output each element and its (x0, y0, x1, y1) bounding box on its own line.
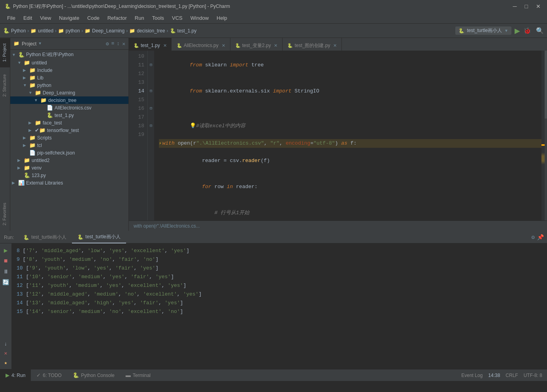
menu-code[interactable]: Code (83, 13, 104, 23)
folder-icon-include: 📁 (29, 67, 36, 73)
tree-csvfile[interactable]: 📄 AllElectronics.csv (10, 104, 128, 111)
tree-untitled[interactable]: ▼ 📁 untitled (10, 59, 128, 66)
menu-edit[interactable]: Edit (19, 13, 36, 23)
line-num-16: 16 (129, 104, 144, 113)
bc-deeplearning[interactable]: Deep_Learning (92, 28, 124, 34)
tab-close-ae[interactable]: ✕ (222, 43, 225, 48)
tree-include[interactable]: ▶ 📁 Include (10, 66, 128, 74)
fold-16[interactable]: ⊟ (148, 104, 154, 113)
run-scroll-btn[interactable]: ↓ (4, 341, 8, 347)
tree-deeplearning[interactable]: ▼ 📁 Deep_Learning (10, 89, 128, 96)
tree-untitled2[interactable]: ▶ 📁 untitled2 (10, 156, 128, 164)
bc-untitled[interactable]: untitled (38, 28, 53, 34)
bc-test1py[interactable]: test_1.py (177, 28, 197, 34)
tree-pipjson[interactable]: 📄 pip-selfcheck.json (10, 149, 128, 156)
tree-tftest[interactable]: ▶ ✔📁 tensorflow_test (10, 126, 128, 134)
run-ctrl-pin[interactable]: 📌 (537, 234, 544, 241)
bottom-tab-pyconsole[interactable]: 🐍 Python Console (67, 369, 120, 381)
vtab-favorites[interactable]: 2: Favorites (0, 197, 10, 231)
tree-root[interactable]: ▼ 🐍 Python E:\程序\Python (10, 51, 128, 59)
run-tab-1[interactable]: 🐍 test_turtle画小人 (18, 232, 72, 243)
runtab2-icon: 🐍 (77, 234, 83, 240)
menu-vcs[interactable]: VCS (168, 13, 187, 23)
tab-testgraph[interactable]: 🐍 test_图的创建.py ✕ (283, 38, 342, 51)
tab-test1py[interactable]: 🐍 test_1.py ✕ (129, 38, 172, 51)
project-ctrl3[interactable]: ↕ (117, 41, 120, 47)
run-play-btn[interactable]: ▶ (4, 247, 8, 254)
bottom-tab-todo[interactable]: ✓ 6: TODO (31, 369, 67, 381)
tab-allelectronics[interactable]: 🐍 AllElectronics.py ✕ (172, 38, 230, 51)
editor-right-gutter (541, 51, 547, 220)
status-eventlog[interactable]: Event Log (461, 373, 483, 378)
tree-decisiontree[interactable]: ▼ 📁 decision_tree (10, 96, 128, 104)
menu-run[interactable]: Run (131, 13, 148, 23)
run-pause-btn[interactable]: ⏸ (3, 269, 9, 275)
tree-lib[interactable]: ▶ 📁 Lib (10, 74, 128, 81)
tree-123py[interactable]: 🐍 123.py (10, 172, 128, 179)
yellow-marker (541, 144, 545, 146)
menu-window[interactable]: Window (187, 13, 213, 23)
minimize-button[interactable]: ─ (513, 3, 517, 9)
vtab-structure[interactable]: 2: Structure (0, 69, 10, 102)
run-output-line-5: 12 ['11', 'youth', 'medium', 'yes', 'exc… (17, 281, 542, 290)
project-ctrl1[interactable]: ⚙ (106, 41, 109, 47)
bt-terminal-icon: ▬ (126, 372, 131, 378)
status-encoding[interactable]: UTF-8: 8 (524, 373, 542, 378)
fold-14[interactable]: ⊟ (148, 87, 154, 96)
bottom-tab-terminal[interactable]: ▬ Terminal (120, 369, 156, 381)
tree-extlibs[interactable]: ▶ 📊 External Libraries (10, 179, 128, 187)
run-filter-btn[interactable]: ★ (4, 360, 8, 366)
folder-icon-scripts: 📁 (29, 135, 36, 141)
folder-icon-lib: 📁 (29, 75, 36, 81)
tree-venv[interactable]: ▶ 📁 venv (10, 164, 128, 172)
rn14: 14 (17, 300, 23, 306)
status-lineending[interactable]: CRLF (506, 373, 518, 378)
menu-help[interactable]: Help (213, 13, 231, 23)
menu-view[interactable]: View (36, 13, 55, 23)
right-scrollbar-thumb[interactable] (545, 51, 547, 119)
fold-10[interactable] (148, 52, 154, 61)
bottom-tab-run[interactable]: ▶ 4: Run (0, 369, 31, 381)
project-dropdown-icon[interactable]: ▼ (39, 41, 41, 46)
right-scrollbar-track[interactable] (545, 51, 547, 220)
vtab-project[interactable]: 1: Project (0, 38, 10, 67)
bc-python-icon: 🐍 (3, 28, 9, 34)
run-stop-btn[interactable]: ■ (4, 258, 8, 265)
tree-arrow-ft: ▶ (28, 121, 33, 125)
maximize-button[interactable]: □ (525, 3, 528, 9)
tab-close-tg[interactable]: ✕ (333, 43, 337, 48)
project-ctrl2[interactable]: ≡ (111, 41, 115, 47)
code-content[interactable]: from sklearn import tree from sklearn.ex… (154, 51, 541, 220)
tab-close-test1[interactable]: ✕ (163, 43, 167, 48)
menu-tools[interactable]: Tools (148, 13, 168, 23)
run-output-line-8: 15 ['14', 'senior', 'medium', 'no', 'exc… (17, 307, 542, 316)
run-rerun-btn[interactable]: 🔄 (2, 279, 9, 286)
close-button[interactable]: ✕ (536, 3, 541, 9)
fold-11[interactable]: ⊟ (148, 61, 154, 70)
fold-18[interactable]: ⊟ (148, 122, 154, 130)
project-close[interactable]: ✕ (122, 41, 125, 47)
debug-button[interactable]: 🐞 (523, 27, 531, 34)
bc-python[interactable]: Python (11, 28, 26, 34)
menu-refactor[interactable]: Refactor (104, 13, 131, 23)
tree-label-csv: AllElectronics.csv (55, 105, 91, 111)
tree-python[interactable]: ▼ 📁 python (10, 81, 128, 89)
tab-testvar2[interactable]: 🐍 test_变量2.py ✕ (230, 38, 283, 51)
tab-close-tv2[interactable]: ✕ (274, 43, 277, 48)
bc-python2[interactable]: python (66, 28, 80, 34)
bc-decisiontree[interactable]: decision_tree (137, 28, 165, 34)
run-config-selector[interactable]: 🐍 test_turtle画小人 ▼ (455, 26, 511, 35)
tree-tcl[interactable]: ▶ 📁 tcl (10, 141, 128, 149)
search-everywhere-icon[interactable]: 🔍 (536, 27, 544, 34)
menu-file[interactable]: File (3, 13, 19, 23)
tree-scripts[interactable]: ▶ 📁 Scripts (10, 134, 128, 141)
menu-navigate[interactable]: Navigate (55, 13, 83, 23)
run-clear-btn[interactable]: ✕ (4, 350, 8, 356)
run-ctrl-settings[interactable]: ⚙ (532, 234, 535, 241)
tree-test1py[interactable]: 🐍 test_1.py (10, 111, 128, 119)
tree-facetest[interactable]: ▶ 📁 face_test (10, 119, 128, 126)
run-tab-2[interactable]: 🐍 test_turtle画小人 (72, 232, 126, 243)
code-line-16: for row in reader: (159, 174, 541, 200)
bt-todo-icon: ✓ (36, 372, 41, 378)
run-button[interactable]: ▶ (515, 26, 520, 35)
